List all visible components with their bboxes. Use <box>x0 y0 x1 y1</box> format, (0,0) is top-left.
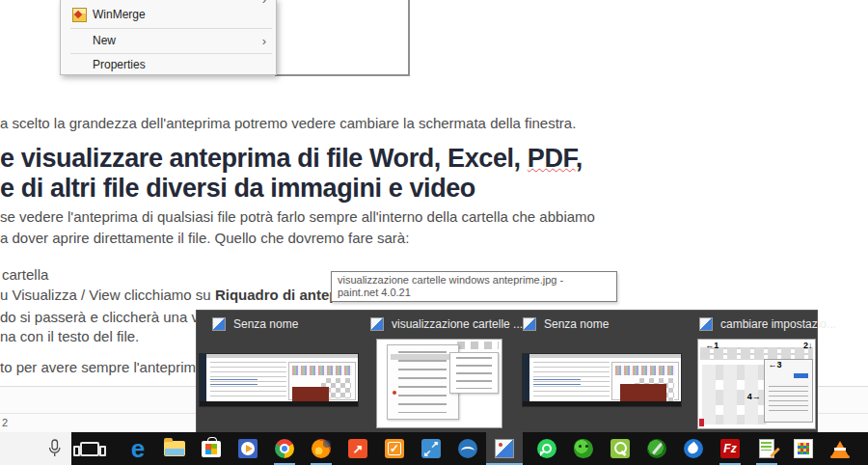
microsoft-store-button[interactable] <box>193 432 230 465</box>
menu-item-new[interactable]: New › <box>61 29 276 52</box>
filezilla-icon: Fz <box>720 439 740 458</box>
annotation-arrow-1: ←1 <box>705 342 719 350</box>
text-editor-button[interactable] <box>748 432 785 465</box>
paint-net-icon <box>495 439 514 458</box>
window-preview-thumbnail[interactable] <box>522 353 682 407</box>
preview-title: Senza nome <box>212 316 298 332</box>
paint-net-button[interactable] <box>486 432 523 465</box>
green-monster-app-button[interactable] <box>565 432 602 465</box>
file-explorer-icon <box>164 441 185 456</box>
file-explorer-button[interactable] <box>156 432 193 465</box>
article-paragraph: se vedere l'anteprima di qualsiasi file … <box>0 208 595 225</box>
taskbar-search-box[interactable] <box>0 432 71 465</box>
document-pencil-icon <box>759 439 774 458</box>
firefox-button[interactable] <box>303 432 339 465</box>
thunderbird-button[interactable] <box>675 432 712 465</box>
spellcheck-word: PDF <box>528 144 576 173</box>
preview-title: Senza nome <box>523 316 609 332</box>
taskbar-preview-flyout: Senza nome visualizzazione cartelle ... … <box>196 310 818 432</box>
trend-app-icon: ↗ <box>348 439 367 458</box>
whatsapp-icon <box>537 439 556 458</box>
firefox-icon <box>312 439 331 458</box>
whatsapp-button[interactable] <box>529 432 565 465</box>
paint-net-icon <box>523 317 536 331</box>
movies-tv-button[interactable] <box>230 432 266 465</box>
annotation-arrow-4: 4→ <box>747 393 761 401</box>
preview-title: cambiare impostazio... <box>699 316 836 332</box>
color-grid-app-button[interactable] <box>785 432 822 465</box>
magnifier-icon <box>610 439 630 458</box>
movies-tv-icon <box>238 439 258 458</box>
menu-item-winmerge[interactable]: WinMerge <box>61 3 276 26</box>
task-view-icon <box>80 442 99 456</box>
tool-app-button[interactable] <box>638 432 675 465</box>
filezilla-button[interactable]: Fz <box>712 432 748 465</box>
desktop-screen: a scelto la grandezza dell'anteprima pot… <box>0 0 868 465</box>
vlc-cone-icon <box>831 441 849 456</box>
article-heading: e visualizzare anteprima di file Word, E… <box>0 144 583 204</box>
heading-line-1: e visualizzare anteprima di file Word, E… <box>0 144 583 174</box>
edge-icon: e <box>131 438 145 459</box>
green-monster-app-icon <box>574 439 593 458</box>
chevron-right-icon: › <box>262 34 266 48</box>
article-paragraph: to per avere sempre l'anteprima de <box>0 359 224 375</box>
resize-app-button[interactable]: ↗↙ <box>413 432 449 465</box>
list-item: cartella <box>2 266 48 283</box>
window-preview-thumbnail[interactable] <box>376 339 502 428</box>
chrome-button[interactable] <box>266 432 303 465</box>
winmerge-icon <box>72 8 87 22</box>
resize-app-icon: ↗↙ <box>421 439 441 458</box>
preview-title: visualizzazione cartelle ... <box>370 316 523 332</box>
trend-app-button[interactable]: ↗ <box>339 432 376 465</box>
paint-net-icon <box>370 317 384 331</box>
vlc-button[interactable] <box>822 432 858 465</box>
menu-item-properties[interactable]: Properties <box>61 53 276 76</box>
openoffice-button[interactable] <box>449 432 486 465</box>
screenshot-tool-button[interactable] <box>602 432 638 465</box>
paint-net-icon <box>699 317 713 331</box>
openoffice-icon <box>458 439 477 458</box>
article-paragraph: a scelto la grandezza dell'anteprima pot… <box>0 115 576 131</box>
footer-number: 2 <box>2 417 8 428</box>
edge-button[interactable]: e <box>120 432 156 465</box>
taskbar-tooltip: visualizzazione cartelle windows antepri… <box>331 271 617 302</box>
thunderbird-icon <box>684 439 703 458</box>
microsoft-store-icon <box>202 441 221 457</box>
microphone-icon[interactable] <box>47 439 62 458</box>
window-preview-thumbnail[interactable]: ←1 2↓ ←3 4→ <box>697 339 816 429</box>
annotation-arrow-2: 2↓ <box>803 342 813 350</box>
paint-net-icon <box>212 317 226 331</box>
window-preview-thumbnail[interactable] <box>199 353 359 407</box>
article-paragraph: a dover aprire direttamente il file. Que… <box>0 230 409 246</box>
color-grid-icon <box>794 439 813 458</box>
checklist-app-button[interactable]: ✓ <box>376 432 413 465</box>
wrench-icon <box>647 439 666 458</box>
context-menu: › WinMerge New › Properties <box>60 0 277 75</box>
chrome-icon <box>275 439 294 458</box>
embedded-screenshot-fragment <box>275 0 410 76</box>
checklist-app-icon: ✓ <box>385 439 404 458</box>
heading-line-2: e di altri file diversi da immagini e vi… <box>0 174 583 204</box>
article-paragraph: na con il testo del file. <box>0 328 139 344</box>
annotation-arrow-3: ←3 <box>769 361 782 369</box>
task-view-button[interactable] <box>71 432 108 465</box>
taskbar: e ↗ ✓ ↗↙ Fz <box>0 432 868 465</box>
